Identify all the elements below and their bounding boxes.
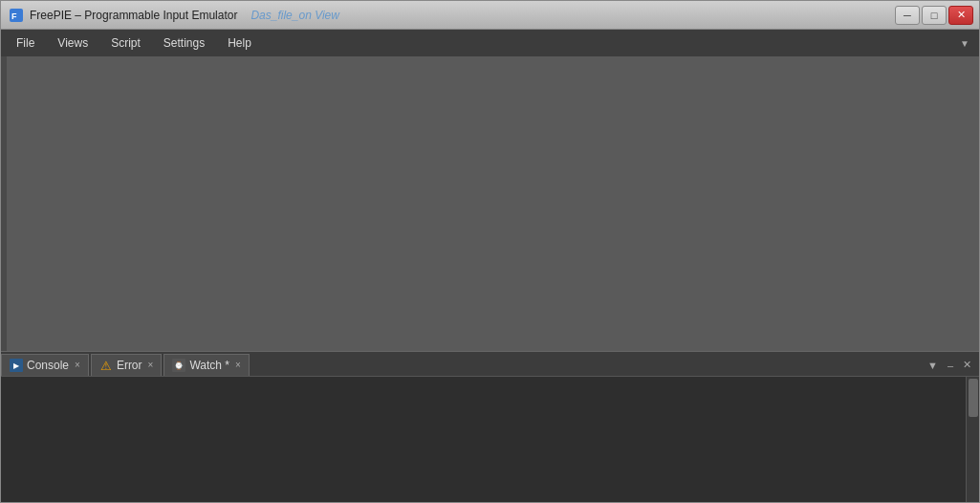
panel-content [1,377,979,502]
left-gutter [1,56,7,351]
tab-watch-label: Watch * [189,359,229,372]
menubar: File Views Script Settings Help ▼ [1,30,979,56]
tab-bar-controls: ▼ – ✕ [924,354,979,376]
app-window: F FreePIE – Programmable Input Emulator … [0,0,980,503]
minimize-button[interactable]: ─ [895,6,920,25]
restore-button[interactable]: □ [922,6,947,25]
menu-settings[interactable]: Settings [152,33,216,54]
tab-console[interactable]: ▶ Console × [1,354,89,376]
app-icon: F [9,8,24,23]
tab-watch-close[interactable]: × [235,361,241,370]
file-info: Das_file_on View [250,9,339,22]
watch-icon: ⌚ [172,359,185,372]
panel-scrollbar[interactable] [966,377,979,502]
tab-pin-button[interactable]: – [944,358,957,373]
titlebar: F FreePIE – Programmable Input Emulator … [1,1,979,30]
tab-dropdown-button[interactable]: ▼ [924,358,942,373]
menu-help[interactable]: Help [216,33,263,54]
menubar-dropdown-arrow[interactable]: ▼ [954,34,975,53]
app-title: FreePIE – Programmable Input Emulator [30,9,237,22]
tab-bar: ▶ Console × ⚠ Error × ⌚ Watch * × ▼ – ✕ [1,352,979,377]
console-icon: ▶ [10,359,23,372]
tab-error-label: Error [117,359,142,372]
close-button[interactable]: ✕ [948,6,973,25]
tab-watch[interactable]: ⌚ Watch * × [163,354,249,376]
menu-file[interactable]: File [5,33,46,54]
menu-views[interactable]: Views [46,33,99,54]
tab-error[interactable]: ⚠ Error × [91,354,163,376]
menu-script[interactable]: Script [99,33,152,54]
tab-console-close[interactable]: × [75,361,80,370]
titlebar-left: F FreePIE – Programmable Input Emulator … [9,8,339,23]
tab-error-close[interactable]: × [148,361,154,370]
panel-scrollbar-thumb[interactable] [969,379,978,417]
error-icon: ⚠ [99,359,113,372]
editor-area [1,56,979,351]
tab-close-all-button[interactable]: ✕ [959,357,975,373]
svg-text:F: F [11,11,17,21]
tab-console-label: Console [27,359,69,372]
window-controls: ─ □ ✕ [895,6,973,25]
bottom-panel: ▶ Console × ⚠ Error × ⌚ Watch * × ▼ – ✕ [1,351,979,502]
